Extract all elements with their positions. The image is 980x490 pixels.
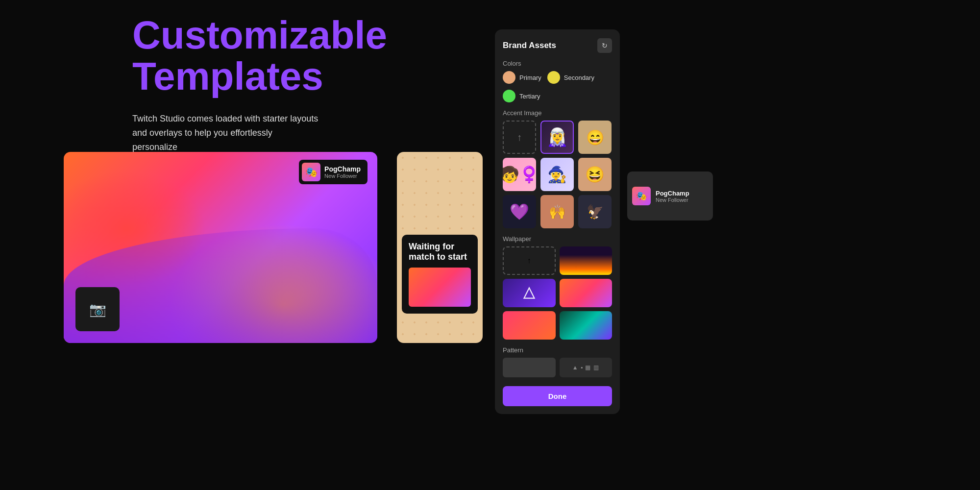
- notif-avatar: 🎭: [302, 163, 320, 181]
- primary-color-item[interactable]: Primary: [503, 71, 541, 84]
- wallpaper-upload[interactable]: ↑: [503, 246, 556, 275]
- face-4-emoji: 🧙‍♀️: [547, 165, 567, 184]
- face-8-emoji: 🦅: [587, 204, 604, 220]
- waiting-preview: [409, 268, 471, 307]
- card-large: 🎭 PogChamp New Follower 📷: [64, 152, 377, 343]
- tertiary-label: Tertiary: [519, 93, 540, 100]
- pattern-2[interactable]: ▲ ▪ ▦ ▥: [560, 358, 612, 377]
- pattern-1[interactable]: [503, 358, 556, 377]
- pattern-label: Pattern: [503, 346, 612, 354]
- wallpaper-upload-icon: ↑: [527, 256, 531, 265]
- accent-heart[interactable]: 💜: [503, 195, 536, 228]
- wallpaper-sunset[interactable]: [560, 246, 612, 275]
- primary-label: Primary: [519, 74, 541, 81]
- accent-face-7[interactable]: 🙌: [540, 195, 574, 228]
- pattern-2-icon: ▲ ▪ ▦ ▥: [572, 364, 599, 371]
- card-right: 🎭 PogChamp New Follower: [627, 172, 713, 220]
- accent-face-1[interactable]: 🧝‍♀️: [540, 121, 574, 154]
- accent-section: Accent Image ↑ 🧝‍♀️ 😄 🧒‍♀️ 🧙‍♀️: [503, 109, 612, 228]
- right-notif-avatar: 🎭: [632, 187, 651, 205]
- pattern-grid: ▲ ▪ ▦ ▥: [503, 358, 612, 377]
- brand-assets-panel: Brand Assets ↻ Colors Primary Secondary …: [495, 29, 620, 414]
- right-notif-event: New Follower: [656, 197, 689, 203]
- accent-face-2[interactable]: 😄: [578, 121, 612, 154]
- colors-row: Primary Secondary Tertiary: [503, 71, 612, 102]
- face-1-emoji: 🧝‍♀️: [546, 127, 568, 147]
- accent-face-3[interactable]: 🧒‍♀️: [503, 158, 536, 191]
- triangle-svg: [522, 286, 537, 300]
- camera-icon: 📷: [89, 301, 106, 318]
- notif-text: PogChamp New Follower: [324, 165, 361, 179]
- svg-marker-0: [524, 288, 534, 298]
- heart-emoji: 💜: [510, 202, 529, 221]
- right-notif-name: PogChamp: [656, 190, 689, 197]
- secondary-swatch: [547, 71, 560, 84]
- notification-badge: 🎭 PogChamp New Follower: [299, 160, 368, 184]
- face-2-emoji: 😄: [586, 129, 604, 146]
- secondary-label: Secondary: [564, 74, 594, 81]
- tertiary-color-item[interactable]: Tertiary: [503, 90, 540, 102]
- right-notif-text: PogChamp New Follower: [656, 190, 689, 203]
- wallpaper-gradient2[interactable]: [503, 311, 556, 340]
- hero-title: CustomizableTemplates: [132, 15, 387, 97]
- accent-face-8[interactable]: 🦅: [578, 195, 612, 228]
- wallpaper-label: Wallpaper: [503, 235, 612, 243]
- notif-event: New Follower: [324, 173, 361, 179]
- waiting-title: Waiting for match to start: [409, 242, 471, 263]
- waiting-card: Waiting for match to start: [402, 235, 478, 314]
- primary-swatch: [503, 71, 515, 84]
- preview-area: 🎭 PogChamp New Follower 📷: [64, 152, 377, 343]
- accent-upload[interactable]: ↑: [503, 121, 536, 154]
- secondary-color-item[interactable]: Secondary: [547, 71, 594, 84]
- done-button[interactable]: Done: [503, 386, 612, 406]
- wallpaper-triangle[interactable]: [503, 279, 556, 307]
- upload-icon: ↑: [517, 132, 522, 143]
- card-phone: Waiting for match to start: [397, 152, 483, 343]
- wallpaper-orange[interactable]: [560, 279, 612, 307]
- accent-face-5[interactable]: 😆: [578, 158, 612, 191]
- tertiary-swatch: [503, 90, 515, 102]
- face-7-emoji: 🙌: [549, 204, 566, 220]
- panel-title: Brand Assets: [503, 41, 556, 50]
- accent-grid: ↑ 🧝‍♀️ 😄 🧒‍♀️ 🧙‍♀️ 😆: [503, 121, 612, 228]
- wallpaper-teal[interactable]: [560, 311, 612, 340]
- face-3-emoji: 🧒‍♀️: [503, 165, 536, 184]
- notif-name: PogChamp: [324, 165, 361, 173]
- face-5-emoji: 😆: [585, 165, 605, 184]
- panel-header: Brand Assets ↻: [503, 38, 612, 53]
- wallpaper-grid: ↑: [503, 246, 612, 340]
- wallpaper-section: Wallpaper ↑: [503, 235, 612, 340]
- camera-box: 📷: [75, 287, 120, 331]
- accent-face-4[interactable]: 🧙‍♀️: [540, 158, 574, 191]
- hero-section: CustomizableTemplates Twitch Studio come…: [132, 15, 387, 168]
- accent-label: Accent Image: [503, 109, 612, 117]
- colors-label: Colors: [503, 60, 612, 67]
- colors-section: Colors Primary Secondary Tertiary: [503, 60, 612, 102]
- pattern-section: Pattern ▲ ▪ ▦ ▥: [503, 346, 612, 377]
- refresh-button[interactable]: ↻: [597, 38, 612, 53]
